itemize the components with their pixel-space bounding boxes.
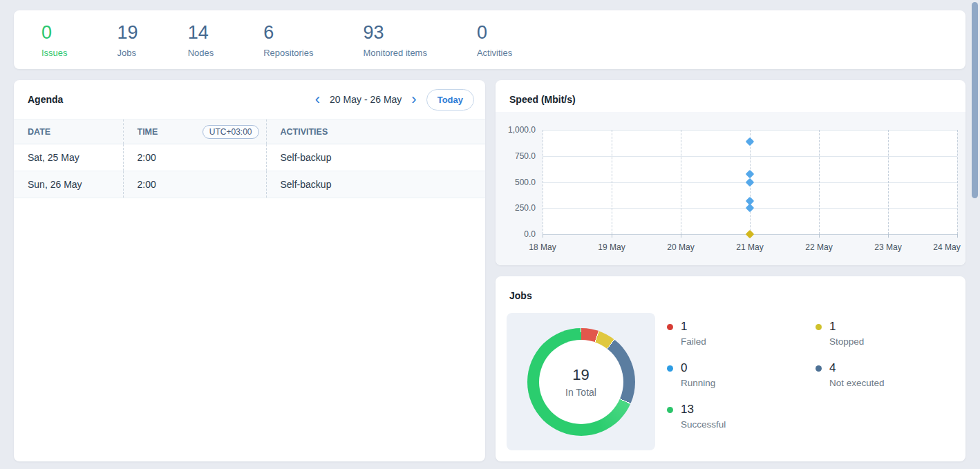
agenda-table: DATE TIME UTC+03:00 ACTIVITIES Sat, 25 M…: [14, 119, 485, 198]
transfer-speed-point: [746, 204, 755, 213]
x-axis-tick: [543, 234, 543, 238]
jobs-legend-item-running: 0 Running: [667, 361, 816, 388]
y-axis-tick-label: 750.0: [497, 151, 536, 161]
agenda-cell-date: Sat, 25 May: [14, 144, 123, 171]
y-axis-tick-label: 0.0: [497, 229, 536, 239]
stat-label: Issues: [41, 48, 68, 58]
legend-label: Running: [681, 378, 816, 388]
legend-label: Not executed: [829, 378, 885, 388]
agenda-table-body: Sat, 25 May 2:00 Self-backup Sun, 26 May…: [14, 144, 485, 198]
gridline-vertical: [888, 130, 889, 234]
today-button[interactable]: Today: [426, 89, 474, 111]
stat-value: 0: [41, 22, 68, 43]
x-axis-tick: [681, 234, 681, 238]
stat-issues[interactable]: 0 Issues: [41, 22, 68, 58]
legend-count: 1: [829, 320, 836, 334]
legend-count: 1: [681, 320, 687, 334]
stat-nodes[interactable]: 14 Nodes: [188, 22, 214, 58]
transfer-speed-point: [746, 137, 755, 146]
transfer-speed-point: [746, 170, 755, 179]
stat-value: 93: [363, 22, 426, 43]
y-axis-tick-label: 500.0: [497, 178, 536, 187]
stat-label: Jobs: [117, 48, 138, 58]
legend-dot-icon: [667, 365, 673, 372]
zero-speed-point: [746, 230, 755, 239]
gridline-vertical: [957, 130, 958, 234]
vertical-scrollbar-thumb[interactable]: [972, 2, 978, 198]
stat-monitored-items[interactable]: 93 Monitored items: [363, 22, 426, 58]
speed-chart-title: Speed (Mbit/s): [509, 94, 576, 105]
gridline-vertical: [681, 130, 681, 234]
prev-week-chevron-icon[interactable]: ‹: [314, 93, 321, 106]
x-axis-tick-label: 21 May: [736, 242, 763, 252]
speed-panel: Speed (Mbit/s) 1,000.0750.0500.0250.00.0…: [496, 80, 965, 265]
jobs-legend-item-not-executed: 4 Not executed: [816, 361, 885, 388]
legend-label: Successful: [681, 419, 816, 430]
x-axis-tick: [612, 234, 612, 238]
column-header-time: TIME UTC+03:00: [123, 119, 266, 144]
jobs-donut-container: 19 In Total: [507, 313, 655, 450]
agenda-title: Agenda: [28, 94, 63, 105]
utc-offset-badge[interactable]: UTC+03:00: [202, 125, 259, 139]
legend-dot-icon: [667, 407, 673, 413]
agenda-week-navigator: ‹ 20 May - 26 May › Today: [314, 89, 474, 111]
stats-row: 0 Issues 19 Jobs 14 Nodes 6 Repositories…: [14, 10, 965, 58]
gridline-vertical: [543, 130, 543, 234]
column-header-time-label: TIME: [138, 127, 158, 137]
stat-activities[interactable]: 0 Activities: [477, 22, 512, 58]
x-axis-tick-label: 24 May: [933, 242, 960, 252]
jobs-total-label: In Total: [565, 387, 596, 398]
stat-label: Monitored items: [363, 48, 426, 58]
agenda-table-row: Sun, 26 May 2:00 Self-backup: [14, 171, 485, 198]
jobs-donut-chart: 19 In Total: [527, 328, 635, 436]
transfer-speed-point: [746, 178, 755, 186]
x-axis-tick-label: 23 May: [874, 242, 901, 252]
y-axis-tick-label: 250.0: [497, 203, 536, 213]
legend-dot-icon: [816, 324, 822, 330]
jobs-panel: Jobs 19 In Total 1 Failed 1 Stopped 0: [496, 276, 965, 461]
x-axis-tick: [819, 234, 820, 238]
speed-chart-plot-area: 1,000.0750.0500.0250.00.018 May19 May20 …: [543, 130, 957, 234]
column-header-activities: ACTIVITIES: [266, 119, 485, 144]
next-week-chevron-icon[interactable]: ›: [410, 93, 417, 106]
x-axis-tick: [888, 234, 889, 238]
agenda-table-header-row: DATE TIME UTC+03:00 ACTIVITIES: [14, 119, 485, 144]
agenda-cell-time: 2:00: [123, 144, 266, 171]
legend-count: 0: [681, 361, 687, 375]
dashboard-page: 0 Issues 19 Jobs 14 Nodes 6 Repositories…: [0, 0, 980, 469]
jobs-legend-item-stopped: 1 Stopped: [816, 320, 885, 347]
legend-label: Stopped: [829, 336, 885, 347]
agenda-cell-activity: Self-backup: [266, 144, 485, 171]
jobs-legend-item-successful: 13 Successful: [667, 403, 816, 430]
speed-chart-region: 1,000.0750.0500.0250.00.018 May19 May20 …: [496, 112, 965, 265]
agenda-header: Agenda ‹ 20 May - 26 May › Today: [14, 80, 485, 119]
gridline-vertical: [612, 130, 612, 234]
x-axis-tick-label: 22 May: [805, 242, 832, 252]
stat-repositories[interactable]: 6 Repositories: [263, 22, 313, 58]
legend-label: Failed: [681, 336, 816, 347]
x-axis-tick-label: 18 May: [529, 242, 556, 252]
stat-value: 0: [477, 22, 512, 43]
agenda-panel: Agenda ‹ 20 May - 26 May › Today DATE TI…: [14, 80, 485, 461]
stat-label: Nodes: [188, 48, 214, 58]
jobs-donut-center: 19 In Total: [539, 340, 623, 424]
agenda-cell-activity: Self-backup: [266, 171, 485, 198]
legend-dot-icon: [667, 324, 673, 330]
gridline-vertical: [819, 130, 820, 234]
stat-label: Repositories: [263, 48, 313, 58]
column-header-date: DATE: [14, 119, 123, 144]
date-range-label: 20 May - 26 May: [330, 94, 402, 105]
agenda-cell-time: 2:00: [123, 171, 266, 198]
jobs-legend-item-failed: 1 Failed: [667, 320, 816, 347]
legend-count: 4: [829, 361, 836, 375]
y-axis-tick-label: 1,000.0: [497, 125, 536, 135]
stat-label: Activities: [477, 48, 512, 58]
stat-value: 6: [263, 22, 313, 43]
jobs-total-value: 19: [572, 366, 589, 384]
legend-dot-icon: [816, 365, 822, 372]
agenda-table-row: Sat, 25 May 2:00 Self-backup: [14, 144, 485, 171]
x-axis-tick-label: 19 May: [598, 242, 625, 252]
x-axis-tick: [957, 234, 958, 238]
stat-jobs[interactable]: 19 Jobs: [117, 22, 138, 58]
agenda-cell-date: Sun, 26 May: [14, 171, 123, 198]
